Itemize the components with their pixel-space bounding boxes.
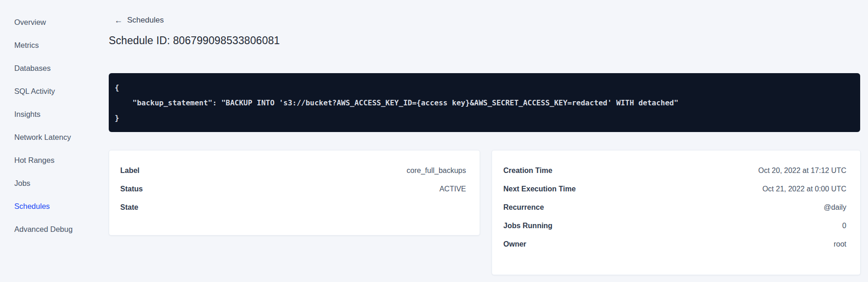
sidebar-item-label: Overview [14, 18, 46, 27]
detail-row: Recurrence @daily [503, 198, 846, 217]
sidebar-item-sql-activity[interactable]: SQL Activity [0, 80, 90, 103]
detail-label: Creation Time [503, 167, 552, 175]
detail-row: State [120, 198, 466, 217]
detail-row: Owner root [503, 235, 846, 253]
schedule-code-block: { "backup_statement": "BACKUP INTO 's3:/… [109, 73, 860, 132]
detail-label: Label [120, 167, 140, 175]
sidebar-item-label: Insights [14, 110, 41, 119]
sidebar-item-label: Network Latency [14, 133, 71, 142]
detail-row: Next Execution Time Oct 21, 2022 at 0:00… [503, 180, 846, 198]
detail-row: Jobs Running 0 [503, 217, 846, 235]
sidebar-item-label: Databases [14, 64, 51, 73]
detail-value: @daily [824, 203, 846, 212]
detail-label: Recurrence [503, 203, 544, 212]
back-link-label: Schedules [127, 16, 164, 25]
detail-value: Oct 20, 2022 at 17:12 UTC [758, 167, 846, 175]
detail-value: 0 [842, 222, 846, 230]
detail-value: Oct 21, 2022 at 0:00 UTC [762, 185, 846, 193]
detail-value: core_full_backups [407, 167, 466, 175]
detail-value: root [833, 240, 846, 248]
sidebar-item-advanced-debug[interactable]: Advanced Debug [0, 218, 90, 241]
schedule-details-card: Label core_full_backups Status ACTIVE St… [109, 150, 480, 236]
sidebar-item-label: Metrics [14, 41, 39, 50]
cards-row: Label core_full_backups Status ACTIVE St… [109, 150, 861, 275]
detail-row: Creation Time Oct 20, 2022 at 17:12 UTC [503, 161, 846, 180]
sidebar-item-jobs[interactable]: Jobs [0, 172, 90, 195]
app-layout: Overview Metrics Databases SQL Activity … [0, 0, 868, 282]
detail-label: Next Execution Time [503, 185, 575, 193]
main-content: ← Schedules Schedule ID: 806799098533806… [109, 0, 861, 282]
sidebar-item-label: Schedules [14, 202, 50, 211]
detail-row: Label core_full_backups [120, 161, 466, 180]
sidebar-item-insights[interactable]: Insights [0, 103, 90, 126]
page-title: Schedule ID: 806799098533806081 [109, 35, 861, 47]
sidebar-item-schedules[interactable]: Schedules [0, 195, 90, 218]
detail-label: State [120, 203, 138, 212]
sidebar: Overview Metrics Databases SQL Activity … [0, 0, 90, 282]
back-arrow-icon: ← [114, 16, 123, 24]
detail-label: Jobs Running [503, 222, 552, 230]
sidebar-item-label: Hot Ranges [14, 156, 54, 165]
schedule-timing-card: Creation Time Oct 20, 2022 at 17:12 UTC … [492, 150, 861, 275]
sidebar-item-label: SQL Activity [14, 87, 55, 96]
code-line: } [115, 114, 119, 122]
sidebar-item-overview[interactable]: Overview [0, 11, 90, 34]
code-line: { [115, 83, 119, 92]
sidebar-item-databases[interactable]: Databases [0, 57, 90, 80]
detail-label: Status [120, 185, 143, 193]
code-line: "backup_statement": "BACKUP INTO 's3://b… [115, 98, 678, 107]
detail-row: Status ACTIVE [120, 180, 466, 198]
detail-value: ACTIVE [440, 185, 466, 193]
sidebar-item-network-latency[interactable]: Network Latency [0, 126, 90, 149]
sidebar-item-label: Advanced Debug [14, 225, 73, 234]
sidebar-item-metrics[interactable]: Metrics [0, 34, 90, 57]
detail-label: Owner [503, 240, 526, 248]
sidebar-item-hot-ranges[interactable]: Hot Ranges [0, 149, 90, 172]
sidebar-item-label: Jobs [14, 179, 30, 188]
back-link[interactable]: ← Schedules [114, 16, 164, 25]
